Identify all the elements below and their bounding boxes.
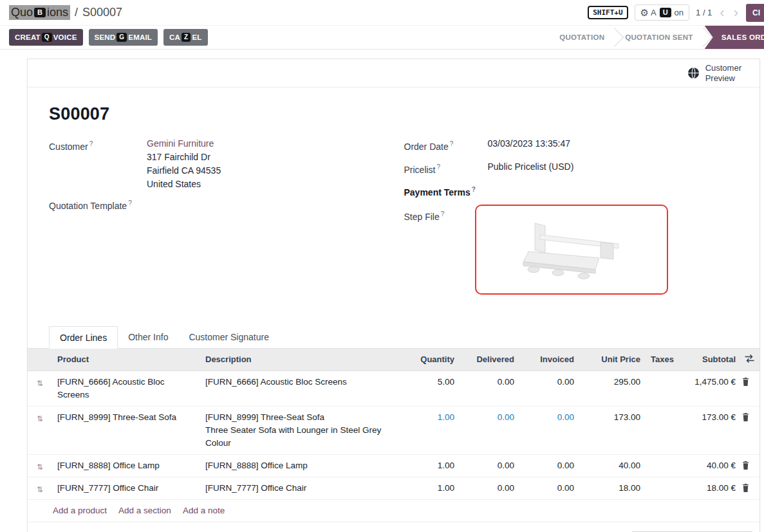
cell-description[interactable]: [FURN_7777] Office Chair bbox=[200, 477, 402, 499]
cell-delivered[interactable]: 0.00 bbox=[460, 407, 519, 428]
header-description[interactable]: Description bbox=[200, 349, 402, 371]
send-email-button[interactable]: SEND G EMAIL bbox=[89, 29, 158, 46]
button-label-pre: CREAT bbox=[15, 33, 41, 41]
description-line: [FURN_8999] Three-Seat Sofa bbox=[205, 411, 396, 424]
cancel-button[interactable]: CA Z EL bbox=[163, 29, 207, 46]
help-marker: ? bbox=[472, 186, 476, 193]
delete-line-button[interactable] bbox=[741, 371, 759, 390]
tab-order-lines[interactable]: Order Lines bbox=[49, 326, 118, 349]
table-row[interactable]: ⇅ [FURN_8888] Office Lamp [FURN_8888] Of… bbox=[28, 455, 759, 477]
form-fields: Customer? Gemini Furniture 317 Fairchild… bbox=[49, 137, 738, 301]
table-row[interactable]: ⇅ [FURN_8999] Three-Seat Sofa [FURN_8999… bbox=[28, 407, 759, 455]
table-row[interactable]: ⇅ [FURN_6666] Acoustic Bloc Screens [FUR… bbox=[28, 371, 759, 407]
breadcrumb-quotations-link[interactable]: Quo B ions bbox=[9, 5, 70, 20]
cell-quantity[interactable]: 5.00 bbox=[402, 371, 460, 393]
pager-next-button[interactable]: › bbox=[732, 6, 740, 20]
cell-quantity[interactable]: 1.00 bbox=[402, 477, 460, 499]
shortcut-badge: Q bbox=[42, 33, 52, 42]
pager-previous-button[interactable]: ‹ bbox=[718, 6, 725, 20]
status-step-sales-order[interactable]: SALES ORDER bbox=[705, 26, 764, 49]
delete-line-button[interactable] bbox=[741, 477, 759, 496]
order-date-value[interactable]: 03/03/2023 13:35:47 bbox=[488, 137, 570, 154]
header-subtotal[interactable]: Subtotal bbox=[675, 349, 741, 371]
header-unit-price[interactable]: Unit Price bbox=[579, 349, 646, 371]
cell-quantity[interactable]: 1.00 bbox=[402, 455, 460, 477]
statusbar: QUOTATION QUOTATION SENT SALES ORDER bbox=[549, 26, 764, 49]
button-label-post: VOICE bbox=[53, 33, 77, 41]
table-row[interactable]: ⇅ [FURN_7777] Office Chair [FURN_7777] O… bbox=[28, 477, 759, 500]
add-section-link[interactable]: Add a section bbox=[118, 506, 171, 515]
header-delivered[interactable]: Delivered bbox=[460, 349, 519, 371]
cell-product[interactable]: [FURN_8999] Three-Seat Sofa bbox=[52, 407, 200, 428]
shortcut-badge: Z bbox=[182, 33, 191, 42]
status-step-quotation-sent[interactable]: QUOTATION SENT bbox=[615, 26, 703, 49]
tab-other-info[interactable]: Other Info bbox=[118, 326, 178, 349]
help-marker: ? bbox=[89, 140, 93, 147]
drag-handle[interactable]: ⇅ bbox=[28, 455, 52, 473]
action-menu-button[interactable]: ⚙ A U on bbox=[635, 5, 690, 21]
trash-icon bbox=[742, 461, 749, 470]
optional-columns-button[interactable] bbox=[741, 349, 759, 367]
cell-quantity[interactable]: 1.00 bbox=[402, 407, 460, 428]
status-step-quotation[interactable]: QUOTATION bbox=[549, 26, 615, 49]
cell-unit-price[interactable]: 173.00 bbox=[579, 407, 646, 428]
customer-link[interactable]: Gemini Furniture bbox=[147, 138, 214, 149]
action-menu-label-post: on bbox=[675, 8, 684, 17]
breadcrumb-record: S00007 bbox=[82, 6, 122, 19]
order-lines-table: Product Description Quantity Delivered I… bbox=[28, 349, 759, 522]
cell-delivered[interactable]: 0.00 bbox=[460, 455, 519, 477]
header-product[interactable]: Product bbox=[52, 349, 200, 371]
help-marker: ? bbox=[128, 199, 132, 206]
field-payment-terms: Payment Terms? bbox=[404, 183, 739, 199]
chevron-right-icon: › bbox=[734, 5, 738, 21]
shortcut-badge: B bbox=[34, 8, 46, 17]
cell-product[interactable]: [FURN_8888] Office Lamp bbox=[52, 455, 200, 477]
cell-description[interactable]: [FURN_8999] Three-Seat Sofa Three Seater… bbox=[200, 407, 402, 454]
cell-product[interactable]: [FURN_6666] Acoustic Bloc Screens bbox=[52, 371, 200, 406]
breadcrumb-separator: / bbox=[75, 6, 78, 19]
field-value-customer: Gemini Furniture 317 Fairchild Dr Fairfi… bbox=[147, 137, 221, 191]
field-customer: Customer? Gemini Furniture 317 Fairchild… bbox=[49, 137, 394, 191]
pricelist-value[interactable]: Public Pricelist (USD) bbox=[488, 160, 574, 177]
breadcrumb-app-text-post: ions bbox=[47, 6, 68, 19]
header-quantity[interactable]: Quantity bbox=[402, 349, 460, 371]
corner-button[interactable]: Cl bbox=[746, 4, 764, 22]
cell-description[interactable]: [FURN_6666] Acoustic Bloc Screens bbox=[200, 371, 402, 393]
field-label-payment-terms: Payment Terms? bbox=[404, 183, 488, 199]
top-right-controls: SHIFT+U ⚙ A U on 1 / 1 ‹ › Cl bbox=[588, 0, 764, 25]
drag-handle[interactable]: ⇅ bbox=[28, 477, 52, 496]
tab-customer-signature[interactable]: Customer Signature bbox=[178, 326, 279, 349]
cell-taxes[interactable] bbox=[646, 407, 675, 419]
cell-taxes[interactable] bbox=[646, 455, 675, 468]
cell-unit-price[interactable]: 18.00 bbox=[579, 477, 646, 499]
add-note-link[interactable]: Add a note bbox=[183, 506, 225, 515]
cell-invoiced[interactable]: 0.00 bbox=[519, 477, 579, 499]
cell-delivered[interactable]: 0.00 bbox=[460, 477, 519, 499]
header-invoiced[interactable]: Invoiced bbox=[519, 349, 579, 371]
cell-taxes[interactable] bbox=[646, 371, 675, 384]
record-title: S00007 bbox=[49, 104, 738, 124]
delete-line-button[interactable] bbox=[741, 455, 759, 473]
status-step-label: QUOTATION bbox=[559, 33, 604, 41]
cell-invoiced[interactable]: 0.00 bbox=[519, 455, 579, 477]
cell-invoiced[interactable]: 0.00 bbox=[519, 407, 579, 428]
drag-handle[interactable]: ⇅ bbox=[28, 407, 52, 425]
header-taxes[interactable]: Taxes bbox=[646, 349, 675, 371]
cell-invoiced[interactable]: 0.00 bbox=[519, 371, 579, 393]
cell-description[interactable]: [FURN_8888] Office Lamp bbox=[200, 455, 402, 477]
cell-taxes[interactable] bbox=[646, 477, 675, 490]
cell-unit-price[interactable]: 295.00 bbox=[579, 371, 646, 393]
cell-product[interactable]: [FURN_7777] Office Chair bbox=[52, 477, 200, 499]
step-file-image[interactable] bbox=[475, 205, 668, 295]
order-line-footer-links: Add a product Add a section Add a note bbox=[28, 500, 759, 522]
gear-icon: ⚙ bbox=[640, 8, 649, 17]
delete-line-button[interactable] bbox=[741, 407, 759, 425]
customer-preview-button[interactable]: Customer Preview bbox=[705, 63, 741, 84]
drag-handle[interactable]: ⇅ bbox=[28, 371, 52, 390]
sheet-footer: Terms and conditions... Total: 1,706.00 … bbox=[28, 522, 759, 532]
create-invoice-button[interactable]: CREAT Q VOICE bbox=[9, 29, 83, 46]
cell-unit-price[interactable]: 40.00 bbox=[579, 455, 646, 477]
chevron-left-icon: ‹ bbox=[720, 5, 724, 21]
cell-delivered[interactable]: 0.00 bbox=[460, 371, 519, 393]
add-product-link[interactable]: Add a product bbox=[53, 506, 107, 515]
